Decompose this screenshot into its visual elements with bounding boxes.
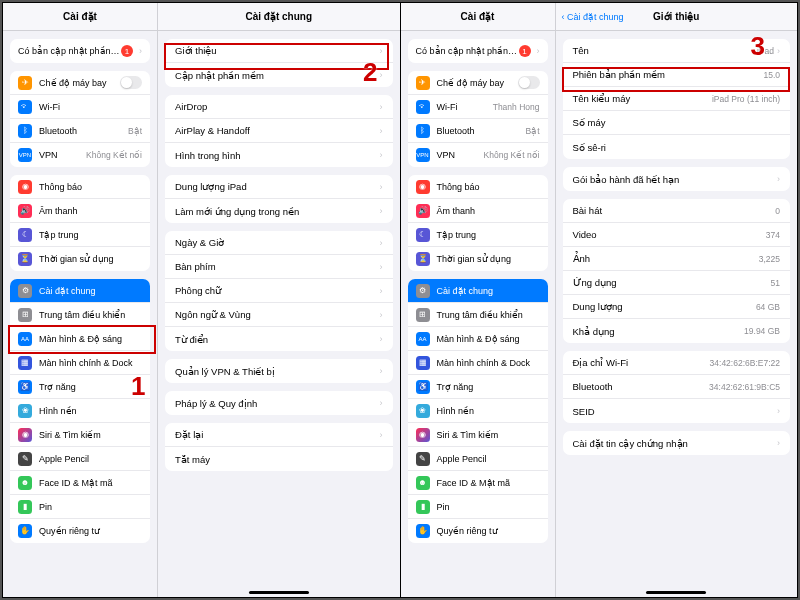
vpn-icon: VPN [18,148,32,162]
chevron-right-icon: › [380,46,383,56]
faceid-row[interactable]: ☻Face ID & Mật mã [10,471,150,495]
faceid-row[interactable]: ☻Face ID & Mật mã [408,471,548,495]
notifications-row[interactable]: ◉Thông báo [408,175,548,199]
bluetooth-icon: ᛒ [416,124,430,138]
shutdown-row[interactable]: Tắt máy [165,447,393,471]
fonts-row[interactable]: Phông chữ› [165,279,393,303]
bluetooth-row[interactable]: ᛒBluetoothBật [408,119,548,143]
general-detail: Cài đặt chung Giới thiệu› Cập nhật phần … [158,3,400,597]
wifi-row[interactable]: ᯤ Wi-Fi [10,95,150,119]
chevron-right-icon: › [380,70,383,80]
airplane-toggle[interactable] [518,76,540,89]
about-row[interactable]: Giới thiệu› [165,39,393,63]
home-dock-row[interactable]: ▦Màn hình chính & Dock [408,351,548,375]
bell-icon: ◉ [416,180,430,194]
back-button[interactable]: ‹ Cài đặt chung [562,12,624,22]
capacity-row: Dung lượng64 GB [563,295,791,319]
sounds-row[interactable]: 🔊Âm thanh [408,199,548,223]
wifi-row[interactable]: ᯤWi-FiThanh Hong [408,95,548,119]
display-row[interactable]: AAMàn hình & Độ sáng [10,327,150,351]
datetime-row[interactable]: Ngày & Giờ› [165,231,393,255]
name-row[interactable]: TêniPad› [563,39,791,63]
detail-header: Cài đặt chung [158,3,400,31]
control-center-row[interactable]: ⊞Trung tâm điều khiển [408,303,548,327]
focus-row[interactable]: ☾Tập trung [10,223,150,247]
privacy-row[interactable]: ✋Quyền riêng tư [10,519,150,543]
bg-refresh-row[interactable]: Làm mới ứng dụng trong nền› [165,199,393,223]
grid-icon: ▦ [18,356,32,370]
bt-address-row: Bluetooth34:42:62:61:9B:C5 [563,375,791,399]
about-detail: ‹ Cài đặt chung Giới thiệu TêniPad› Phiê… [556,3,798,597]
bluetooth-row[interactable]: ᛒ Bluetooth Bật [10,119,150,143]
faceid-icon: ☻ [416,476,430,490]
screentime-row[interactable]: ⏳Thời gian sử dụng [408,247,548,271]
general-row[interactable]: ⚙Cài đặt chung [408,279,548,303]
model-name-row[interactable]: Tên kiểu máyiPad Pro (11 inch) [563,87,791,111]
software-update-row[interactable]: Cập nhật phần mềm› [165,63,393,87]
airplay-row[interactable]: AirPlay & Handoff› [165,119,393,143]
moon-icon: ☾ [416,228,430,242]
notifications-row[interactable]: ◉Thông báo [10,175,150,199]
available-row: Khả dụng19.94 GB [563,319,791,343]
flower-icon: ❀ [18,404,32,418]
airplane-row[interactable]: ✈ Chế độ máy bay [10,71,150,95]
reset-row[interactable]: Đặt lại› [165,423,393,447]
siri-icon: ◉ [18,428,32,442]
battery-row[interactable]: ▮Pin [10,495,150,519]
sidebar-title: Cài đặt [63,11,97,22]
sounds-row[interactable]: 🔊Âm thanh [10,199,150,223]
dictionary-row[interactable]: Từ điển› [165,327,393,351]
switches-icon: ⊞ [18,308,32,322]
home-indicator[interactable] [646,591,706,594]
siri-row[interactable]: ◉Siri & Tìm kiếm [10,423,150,447]
battery-row[interactable]: ▮Pin [408,495,548,519]
wallpaper-row[interactable]: ❀Hình nền [408,399,548,423]
keyboard-row[interactable]: Bàn phím› [165,255,393,279]
software-update-row[interactable]: Có bản cập nhật phần… 1 › [10,39,150,63]
moon-icon: ☾ [18,228,32,242]
serial-row[interactable]: Số sê-ri [563,135,791,159]
pencil-icon: ✎ [416,452,430,466]
cert-trust-row[interactable]: Cài đặt tin cậy chứng nhận› [563,431,791,455]
storage-row[interactable]: Dung lượng iPad› [165,175,393,199]
vpn-row[interactable]: VPN VPN Không Kết nối [10,143,150,167]
legal-row[interactable]: Pháp lý & Quy định› [165,391,393,415]
general-row[interactable]: ⚙Cài đặt chung [10,279,150,303]
focus-row[interactable]: ☾Tập trung [408,223,548,247]
airplane-row[interactable]: ✈Chế độ máy bay [408,71,548,95]
seid-row[interactable]: SEID› [563,399,791,423]
model-number-row[interactable]: Số máy [563,111,791,135]
accessibility-row[interactable]: ♿Trợ năng [10,375,150,399]
wallpaper-row[interactable]: ❀Hình nền [10,399,150,423]
pip-row[interactable]: Hình trong hình› [165,143,393,167]
screentime-row[interactable]: ⏳Thời gian sử dụng [10,247,150,271]
home-indicator[interactable] [249,591,309,594]
faceid-icon: ☻ [18,476,32,490]
control-center-row[interactable]: ⊞Trung tâm điều khiển [10,303,150,327]
software-version-row[interactable]: Phiên bản phần mềm15.0 [563,63,791,87]
speaker-icon: 🔊 [18,204,32,218]
hand-icon: ✋ [416,524,430,538]
vpn-device-row[interactable]: Quản lý VPN & Thiết bị› [165,359,393,383]
battery-icon: ▮ [416,500,430,514]
battery-icon: ▮ [18,500,32,514]
warranty-row[interactable]: Gói bảo hành đã hết hạn› [563,167,791,191]
accessibility-icon: ♿ [416,380,430,394]
pencil-row[interactable]: ✎Apple Pencil [10,447,150,471]
airdrop-row[interactable]: AirDrop› [165,95,393,119]
accessibility-icon: ♿ [18,380,32,394]
home-dock-row[interactable]: ▦Màn hình chính & Dock [10,351,150,375]
vpn-row[interactable]: VPNVPNKhông Kết nối [408,143,548,167]
language-row[interactable]: Ngôn ngữ & Vùng› [165,303,393,327]
privacy-row[interactable]: ✋Quyền riêng tư [408,519,548,543]
airplane-icon: ✈ [416,76,430,90]
brightness-icon: AA [18,332,32,346]
accessibility-row[interactable]: ♿Trợ năng [408,375,548,399]
display-row[interactable]: AAMàn hình & Độ sáng [408,327,548,351]
pencil-row[interactable]: ✎Apple Pencil [408,447,548,471]
software-update-row[interactable]: Có bản cập nhật phần… 1 › [408,39,548,63]
siri-row[interactable]: ◉Siri & Tìm kiếm [408,423,548,447]
airplane-toggle[interactable] [120,76,142,89]
chevron-right-icon: › [139,46,142,56]
panel-step-1-2: Cài đặt Có bản cập nhật phần… 1 › ✈ Chế … [3,3,400,597]
